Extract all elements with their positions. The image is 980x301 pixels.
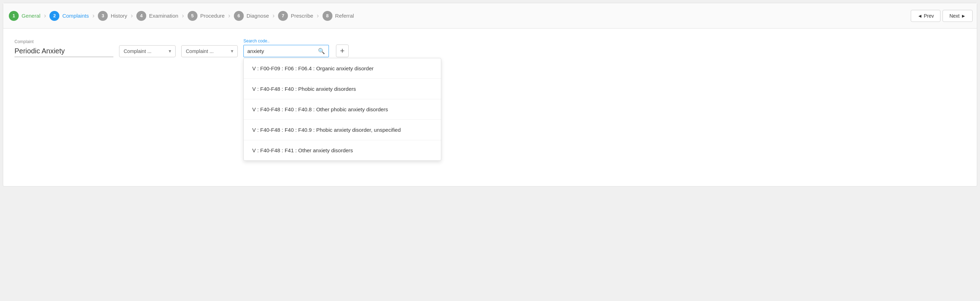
complaint-label: Complaint <box>14 39 113 44</box>
result-item-3[interactable]: V : F40-F48 : F40 : F40.9 : Phobic anxie… <box>244 120 441 140</box>
step-label-general: General <box>22 13 40 19</box>
step-circle-complaints: 2 <box>49 11 59 21</box>
add-button[interactable]: + <box>336 45 349 57</box>
step-label-procedure: Procedure <box>200 13 225 19</box>
step-procedure[interactable]: 5 Procedure <box>186 11 226 21</box>
complaint-dropdown1[interactable]: Complaint ... <box>119 45 176 57</box>
complaint-dropdown2-wrap: Complaint ... ▼ <box>181 45 238 57</box>
search-label: Search code.. <box>243 38 329 43</box>
search-results-dropdown: V : F00-F09 : F06 : F06.4 : Organic anxi… <box>243 58 441 161</box>
step-prescribe[interactable]: 7 Prescribe <box>277 11 314 21</box>
complaint-row: Complaint Complaint ... ▼ Complaint ... <box>14 38 966 57</box>
step-circle-general: 1 <box>9 11 19 21</box>
prev-button[interactable]: ◄ Prev <box>911 10 941 22</box>
results-list: V : F00-F09 : F06 : F06.4 : Organic anxi… <box>244 58 441 160</box>
stepper-nav: ◄ Prev Next ► <box>911 10 972 22</box>
result-item-4[interactable]: V : F40-F48 : F41 : Other anxiety disord… <box>244 140 441 160</box>
stepper: 1 General › 2 Complaints › 3 History › <box>3 3 977 29</box>
complaint-input[interactable] <box>14 46 113 57</box>
step-diagnose[interactable]: 6 Diagnose <box>232 11 270 21</box>
step-general[interactable]: 1 General <box>8 11 42 21</box>
divider-1: › <box>44 12 46 19</box>
result-item-2[interactable]: V : F40-F48 : F40 : F40.8 : Other phobic… <box>244 99 441 120</box>
step-label-complaints: Complaints <box>62 13 89 19</box>
result-item-1[interactable]: V : F40-F48 : F40 : Phobic anxiety disor… <box>244 79 441 99</box>
complaint-field-wrap: Complaint <box>14 39 113 57</box>
divider-6: › <box>272 12 275 19</box>
step-circle-diagnose: 6 <box>234 11 244 21</box>
divider-3: › <box>131 12 133 19</box>
search-input[interactable] <box>244 45 314 57</box>
step-circle-prescribe: 7 <box>278 11 288 21</box>
step-history[interactable]: 3 History <box>97 11 129 21</box>
content-area: Complaint Complaint ... ▼ Complaint ... <box>3 29 977 67</box>
step-complaints[interactable]: 2 Complaints <box>48 11 90 21</box>
complaint-dropdown1-wrap: Complaint ... ▼ <box>119 45 176 57</box>
step-circle-procedure: 5 <box>188 11 197 21</box>
step-circle-examination: 4 <box>136 11 146 21</box>
step-examination[interactable]: 4 Examination <box>135 11 180 21</box>
main-container: 1 General › 2 Complaints › 3 History › <box>3 3 977 186</box>
search-icon: 🔍 <box>318 48 325 54</box>
search-code-wrap: Search code.. 🔍 V : F00-F09 : F06 : F06.… <box>243 38 329 57</box>
divider-5: › <box>228 12 230 19</box>
divider-4: › <box>182 12 184 19</box>
step-circle-referral: 8 <box>323 11 332 21</box>
step-label-referral: Referral <box>335 13 354 19</box>
step-label-prescribe: Prescribe <box>291 13 313 19</box>
complaint-dropdown2[interactable]: Complaint ... <box>181 45 238 57</box>
step-label-diagnose: Diagnose <box>247 13 269 19</box>
divider-7: › <box>317 12 319 19</box>
search-icon-button[interactable]: 🔍 <box>314 46 329 57</box>
step-label-history: History <box>111 13 127 19</box>
next-button[interactable]: Next ► <box>943 10 972 22</box>
step-label-examination: Examination <box>149 13 178 19</box>
stepper-steps: 1 General › 2 Complaints › 3 History › <box>8 11 911 21</box>
step-referral[interactable]: 8 Referral <box>321 11 355 21</box>
step-circle-history: 3 <box>98 11 108 21</box>
result-item-0[interactable]: V : F00-F09 : F06 : F06.4 : Organic anxi… <box>244 58 441 79</box>
divider-2: › <box>92 12 94 19</box>
search-input-row: 🔍 <box>243 45 329 57</box>
